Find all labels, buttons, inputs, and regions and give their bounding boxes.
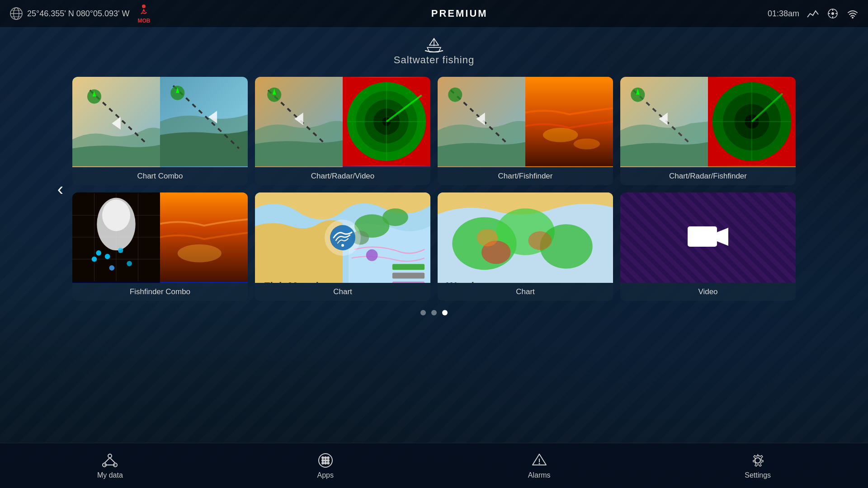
pagination	[420, 310, 448, 315]
svg-line-104	[110, 458, 115, 463]
nav-alarms[interactable]: Alarms	[510, 449, 569, 483]
svg-point-95	[528, 231, 552, 250]
card-fishfinder-combo-image	[72, 192, 248, 283]
card-chart-combo-label: Chart Combo	[72, 167, 248, 185]
gps-text: 25°46.355' N 080°05.093' W	[27, 9, 129, 19]
page-header: Saltwater fishing	[394, 36, 474, 66]
svg-point-107	[321, 456, 324, 459]
pagination-dot-1[interactable]	[420, 310, 426, 315]
card-fish-mapping-label: Chart	[255, 283, 430, 301]
svg-rect-75	[160, 192, 248, 282]
gps-signal-icon	[826, 7, 839, 20]
card-fish-mapping-image: Fish Mapping	[255, 192, 430, 283]
wifi-icon	[846, 7, 859, 20]
svg-point-5	[142, 5, 146, 8]
svg-marker-15	[112, 117, 120, 130]
time-display: 01:38am	[768, 9, 799, 19]
svg-point-76	[178, 244, 222, 263]
svg-point-115	[327, 462, 330, 465]
card-fish-mapping[interactable]: Fish Mapping	[255, 192, 430, 301]
svg-marker-25	[294, 113, 303, 125]
card-chart-radar-video[interactable]: Chart/Radar/Video	[255, 77, 430, 185]
svg-line-103	[104, 458, 110, 463]
svg-point-41	[448, 88, 462, 102]
alarm-icon	[531, 452, 547, 469]
svg-rect-84	[392, 264, 425, 270]
svg-point-83	[366, 249, 378, 261]
svg-point-111	[324, 459, 327, 462]
topbar-left: 25°46.355' N 080°05.093' W MOB	[9, 3, 151, 24]
card-chart-radar-video-label: Chart/Radar/Video	[255, 167, 430, 185]
cards-container: ‹	[36, 77, 832, 301]
svg-point-100	[108, 454, 112, 458]
svg-point-119	[755, 458, 760, 463]
card-chart-fishfinder-image	[438, 77, 613, 167]
card-video-label: Video	[620, 283, 796, 301]
grid-icon	[317, 452, 334, 469]
svg-rect-78	[160, 282, 248, 283]
svg-point-81	[382, 208, 408, 226]
svg-point-74	[109, 265, 114, 271]
svg-point-109	[327, 456, 330, 459]
svg-point-114	[324, 462, 327, 465]
nav-alarms-label: Alarms	[528, 471, 551, 479]
svg-point-113	[321, 462, 324, 465]
card-chart-radar-fishfinder[interactable]: Chart/Radar/Fishfinder	[620, 77, 796, 185]
nav-apps[interactable]: Apps	[299, 449, 352, 483]
signal-icon	[807, 7, 819, 20]
svg-point-96	[477, 229, 498, 247]
svg-point-44	[574, 139, 600, 150]
svg-point-110	[321, 459, 324, 462]
pagination-dot-3[interactable]	[442, 310, 448, 315]
gps-coords: 25°46.355' N 080°05.093' W	[9, 6, 129, 21]
prev-arrow[interactable]: ‹	[48, 179, 72, 199]
nav-my-data[interactable]: My data	[79, 449, 141, 483]
svg-text:Fish Mapping: Fish Mapping	[264, 281, 331, 283]
card-chart-fishfinder[interactable]: Chart/Fishfinder	[438, 77, 613, 185]
svg-rect-86	[392, 282, 425, 283]
card-chart-fishfinder-label: Chart/Fishfinder	[438, 167, 613, 185]
svg-point-73	[127, 261, 132, 266]
card-weather[interactable]: Weather Chart	[438, 192, 613, 301]
svg-point-72	[118, 248, 123, 253]
topbar-right: 01:38am	[768, 7, 859, 20]
svg-marker-99	[717, 228, 728, 246]
mob-icon	[137, 3, 151, 18]
card-fishfinder-combo-label: Fishfinder Combo	[72, 283, 248, 301]
card-chart-combo[interactable]: Chart Combo	[72, 77, 248, 185]
svg-point-7	[831, 12, 834, 15]
pagination-dot-2[interactable]	[431, 310, 437, 315]
svg-point-68	[102, 200, 130, 231]
card-video-image	[620, 192, 796, 283]
main-area: Saltwater fishing ‹	[0, 27, 868, 443]
globe-icon	[9, 6, 24, 21]
card-weather-image: Weather	[438, 192, 613, 283]
card-chart-radar-video-image	[255, 77, 430, 167]
premium-label: PREMIUM	[431, 8, 488, 19]
svg-point-89	[341, 244, 344, 247]
svg-point-118	[538, 463, 540, 464]
card-fishfinder-combo[interactable]: Fishfinder Combo	[72, 192, 248, 301]
mob-label: MOB	[137, 18, 150, 24]
svg-rect-45	[525, 166, 613, 167]
card-chart-combo-image	[72, 77, 248, 167]
mob-button[interactable]: MOB	[137, 3, 151, 24]
svg-point-71	[92, 257, 97, 262]
card-chart-radar-fishfinder-label: Chart/Radar/Fishfinder	[620, 167, 796, 185]
fish-mapping-signal-icon	[329, 224, 356, 251]
nav-my-data-label: My data	[97, 471, 123, 479]
svg-point-70	[105, 254, 110, 259]
boat-icon	[420, 36, 448, 54]
svg-rect-85	[392, 273, 425, 279]
card-video[interactable]: Video	[620, 192, 796, 301]
gear-icon	[750, 452, 766, 469]
nav-apps-label: Apps	[317, 471, 334, 479]
nav-settings-label: Settings	[745, 471, 771, 479]
page-title: Saltwater fishing	[394, 54, 474, 66]
svg-point-43	[543, 128, 578, 142]
svg-text:Weather: Weather	[446, 281, 487, 283]
nav-settings[interactable]: Settings	[726, 449, 789, 483]
svg-rect-77	[72, 282, 160, 283]
cards-grid: Chart Combo	[72, 77, 796, 301]
svg-point-69	[96, 250, 101, 256]
